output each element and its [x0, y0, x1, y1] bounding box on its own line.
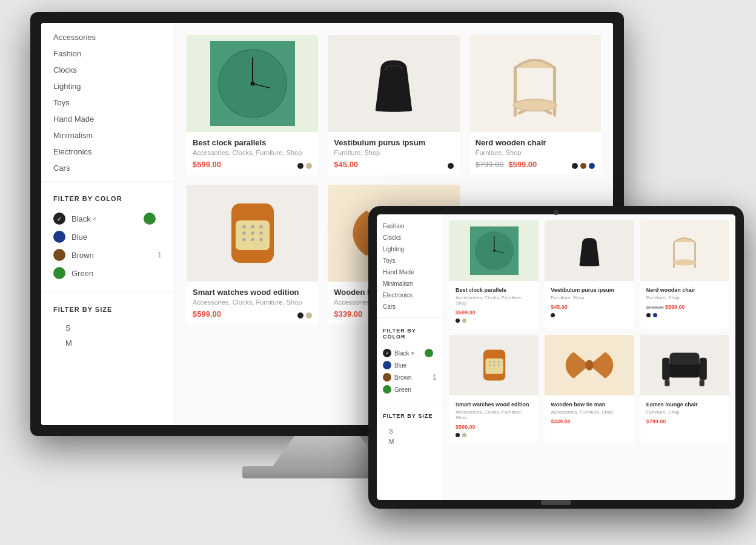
- product-cats-watch: Accessories, Clocks, Furniture, Shop: [193, 299, 312, 306]
- tablet-color-black[interactable]: ✓ Black ×: [383, 347, 437, 359]
- color-dot-black: [297, 163, 303, 169]
- tablet-product-bowtie[interactable]: Wooden bow tie man Accessories, Furnitur…: [545, 335, 634, 443]
- tablet-product-colors-bag: [551, 313, 628, 317]
- tablet-product-chair[interactable]: Nerd wooden chair Furniture, Shop $799.0…: [640, 220, 729, 329]
- svg-point-14: [259, 225, 263, 229]
- sidebar-item-handmade[interactable]: Hand Made: [41, 111, 174, 127]
- tablet-sidebar-clocks[interactable]: Clocks: [377, 232, 443, 243]
- sidebar-item-electronics[interactable]: Electronics: [41, 144, 174, 160]
- tablet-color-dot-black3: [646, 313, 651, 317]
- tablet-products-grid: Best clock parallels Accessories, Clocks…: [449, 220, 729, 443]
- tablet-sidebar-toys[interactable]: Toys: [377, 255, 443, 266]
- tablet-sidebar-electronics[interactable]: Electronics: [377, 289, 443, 301]
- tablet-brown-dot: [383, 373, 391, 382]
- tablet-product-colors-clock: [456, 319, 532, 323]
- sidebar-item-fashion[interactable]: Fashion: [41, 45, 174, 62]
- product-info-chair: Nerd wooden chair Furniture, Shop $799.0…: [469, 132, 601, 175]
- filter-size-title: FILTER BY SIZE: [53, 306, 162, 313]
- svg-point-35: [489, 365, 491, 366]
- color-dot-black4: [297, 312, 303, 319]
- tablet-brown-label: Brown: [394, 374, 411, 381]
- svg-point-9: [514, 99, 557, 111]
- tablet-color-dot-beige: [462, 319, 466, 323]
- svg-point-20: [259, 238, 263, 242]
- tablet-product-name-bag: Vestibulum purus ipsum: [551, 287, 628, 293]
- product-info-clock: Best clock parallels Accessories, Clocks…: [187, 132, 318, 175]
- tablet-product-colors-chair: [646, 313, 723, 317]
- product-price-watch: $599.00: [193, 309, 221, 319]
- tablet-product-cats-watch: Accessories, Clocks, Furniture, Shop: [456, 409, 532, 420]
- product-card-watch[interactable]: Smart watches wood edition Accessories, …: [187, 185, 318, 325]
- svg-rect-40: [662, 358, 669, 380]
- size-s[interactable]: S: [53, 320, 162, 335]
- svg-point-16: [251, 231, 254, 235]
- product-colors-bag: [448, 163, 454, 169]
- tablet-sidebar-minimalism[interactable]: Minimalism: [377, 278, 443, 289]
- color-dot-black2: [448, 163, 454, 169]
- black-remove[interactable]: ×: [93, 215, 96, 222]
- tablet-sidebar-handmade[interactable]: Hand Made: [377, 266, 443, 278]
- tablet-product-bag[interactable]: Vestibulum purus ipsum Furniture, Shop $…: [545, 220, 634, 329]
- svg-rect-44: [670, 353, 700, 365]
- sidebar-item-cars[interactable]: Cars: [41, 160, 174, 176]
- tablet-lounge-svg: [657, 341, 712, 389]
- tablet-camera: [554, 210, 559, 215]
- brown-dot: [53, 249, 65, 261]
- tablet-product-price-bowtie: $339.00: [551, 418, 628, 424]
- svg-point-37: [497, 365, 499, 366]
- svg-rect-42: [665, 380, 670, 386]
- tablet-product-watch[interactable]: Smart watches wood edition Accessories, …: [449, 335, 539, 443]
- tablet-color-green[interactable]: Green: [383, 383, 437, 395]
- product-image-watch: [187, 185, 318, 282]
- color-filter-blue[interactable]: Blue: [53, 228, 162, 246]
- product-cats-bag: Furniture, Shop: [334, 149, 453, 156]
- tablet-product-price-chair: $799.00 $599.00: [646, 304, 723, 310]
- tablet-size-m[interactable]: M: [383, 437, 437, 447]
- tablet-size-s[interactable]: S: [383, 426, 437, 437]
- size-m[interactable]: M: [53, 335, 162, 351]
- tablet-sidebar-fashion[interactable]: Fashion: [377, 220, 443, 232]
- product-price-clock: $599.00: [193, 160, 221, 169]
- color-filter-black[interactable]: ✓ Black ×: [53, 210, 162, 228]
- sidebar-item-minimalism[interactable]: Minimalism: [41, 127, 174, 144]
- svg-point-15: [242, 231, 246, 235]
- sidebar-item-lighting[interactable]: Lighting: [41, 78, 174, 94]
- tablet-color-blue[interactable]: Blue: [383, 359, 437, 371]
- svg-point-34: [497, 361, 499, 363]
- tablet-blue-label: Blue: [394, 362, 406, 369]
- tablet-color-dot-black: [456, 319, 460, 323]
- tablet-filter-size: FILTER BY SIZE S M: [377, 408, 443, 449]
- color-dot-beige: [306, 163, 312, 169]
- tablet-product-image-watch: [449, 335, 539, 395]
- product-info-watch: Smart watches wood edition Accessories, …: [187, 282, 318, 325]
- tablet-product-lounge[interactable]: Eames lounge chair Furniture, Shop $799.…: [640, 335, 729, 443]
- tablet-color-brown[interactable]: Brown 1: [383, 371, 437, 383]
- filter-color-title: FILTER BY COLOR: [53, 195, 162, 202]
- tablet-blue-dot: [383, 361, 391, 369]
- tablet-product-cats-clock: Accessories, Clocks, Furniture, Shop: [456, 295, 532, 306]
- tablet-sidebar-lighting[interactable]: Lighting: [377, 243, 443, 255]
- sidebar-item-clocks[interactable]: Clocks: [41, 62, 174, 78]
- tablet-sidebar-cars[interactable]: Cars: [377, 301, 443, 312]
- tablet-product-cats-bowtie: Accessories, Furniture, Shop: [551, 409, 628, 415]
- svg-point-38: [585, 360, 593, 371]
- color-filter-brown[interactable]: Brown 1: [53, 246, 162, 264]
- product-card-chair[interactable]: Nerd wooden chair Furniture, Shop $799.0…: [469, 35, 601, 175]
- product-card-clock[interactable]: Best clock parallels Accessories, Clocks…: [187, 35, 318, 175]
- tablet-product-clock[interactable]: Best clock parallels Accessories, Clocks…: [449, 220, 539, 329]
- tablet-product-info-chair: Nerd wooden chair Furniture, Shop $799.0…: [640, 281, 729, 323]
- color-filter-green[interactable]: Green: [53, 264, 162, 282]
- product-name-bag: Vestibulum purus ipsum: [334, 138, 453, 147]
- svg-point-12: [242, 225, 246, 229]
- product-colors-watch: [297, 312, 312, 319]
- green-preview: [144, 213, 156, 225]
- svg-rect-31: [485, 358, 503, 374]
- product-price-chair: $799.00 $599.00: [476, 160, 537, 169]
- sidebar-item-toys[interactable]: Toys: [41, 94, 174, 111]
- brown-count: 1: [158, 251, 162, 259]
- product-name-chair: Nerd wooden chair: [476, 138, 595, 147]
- product-card-bag[interactable]: Vestibulum purus ipsum Furniture, Shop $…: [328, 35, 459, 175]
- tablet-product-cats-chair: Furniture, Shop: [646, 295, 723, 300]
- sidebar-item-accessories[interactable]: Accessories: [41, 29, 174, 45]
- tablet-home-button[interactable]: [541, 500, 571, 505]
